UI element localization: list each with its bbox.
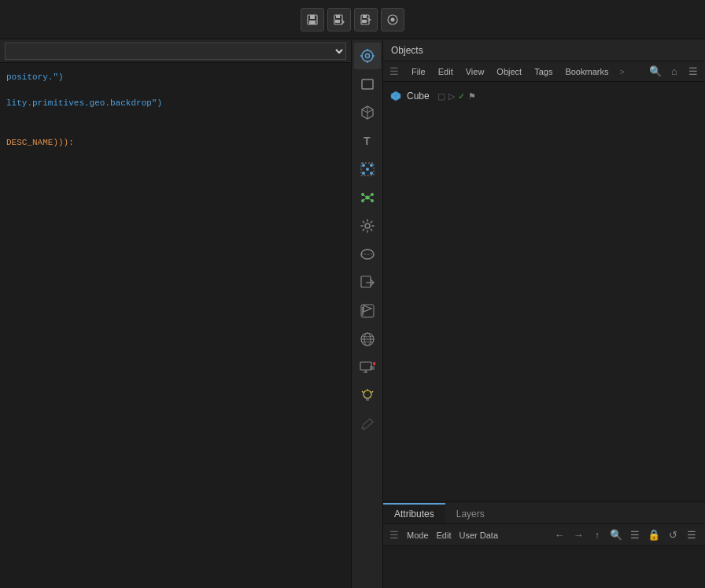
objects-title: Objects [391, 45, 423, 56]
menu-file[interactable]: File [410, 67, 427, 76]
sidebar-flag-icon[interactable] [354, 298, 381, 324]
options-icon[interactable]: ☰ [685, 528, 699, 542]
svg-line-50 [371, 391, 373, 393]
code-line: DESC_NAME))): [6, 136, 345, 150]
search-icon[interactable]: 🔍 [648, 65, 663, 79]
menu-view[interactable]: View [464, 67, 486, 76]
svg-point-20 [362, 164, 365, 167]
code-line [6, 84, 345, 98]
svg-point-12 [365, 54, 369, 58]
up-icon[interactable]: ↑ [590, 528, 604, 542]
code-dropdown[interactable] [5, 43, 346, 60]
svg-point-24 [370, 172, 373, 175]
svg-rect-8 [362, 20, 367, 23]
object-badges: ▢ ▷ ✓ ⚑ [437, 91, 476, 102]
svg-rect-1 [310, 15, 315, 19]
filter-icon[interactable]: ☰ [628, 528, 642, 542]
object-name-cube: Cube [407, 91, 430, 102]
svg-rect-2 [309, 20, 316, 24]
back-icon[interactable]: ← [552, 528, 567, 542]
forward-icon[interactable]: → [571, 528, 585, 542]
bottom-tabs: Attributes Layers [383, 502, 705, 524]
svg-point-34 [365, 224, 370, 228]
svg-rect-17 [362, 80, 373, 89]
menu-icons-right: 🔍 ⌂ ☰ [648, 65, 700, 79]
badge-check: ✓ [458, 91, 465, 102]
sidebar-nodes-icon[interactable] [354, 184, 381, 211]
bottom-toolbar-right: ← → ↑ 🔍 ☰ 🔒 ↺ ☰ [552, 528, 699, 542]
menu-hamburger[interactable]: ☰ [389, 529, 399, 541]
left-panel-toolbar [0, 39, 351, 63]
svg-point-21 [366, 168, 369, 171]
svg-rect-4 [336, 15, 340, 18]
sidebar-globe-icon[interactable] [354, 326, 381, 353]
code-line [6, 123, 345, 136]
sidebar-oval-icon[interactable] [354, 241, 381, 268]
code-area[interactable]: pository.") lity.primitives.geo.backdrop… [0, 63, 351, 588]
bottom-panel: Attributes Layers ☰ Mode Edit User Data … [383, 501, 705, 588]
badge-play: ▷ [448, 91, 455, 102]
svg-rect-45 [370, 366, 375, 370]
badge-square: ▢ [437, 91, 445, 102]
svg-rect-44 [360, 362, 371, 370]
top-toolbar [0, 0, 705, 39]
sidebar-import-icon[interactable] [354, 269, 381, 296]
svg-line-49 [362, 391, 364, 393]
list-icon[interactable]: ☰ [686, 65, 700, 79]
objects-header: Objects [383, 39, 705, 61]
menu-object[interactable]: Object [495, 67, 523, 76]
lock-icon[interactable]: 🔒 [647, 528, 661, 542]
svg-point-22 [370, 164, 373, 167]
bottom-user-data[interactable]: User Data [460, 531, 499, 540]
sidebar-light-icon[interactable] [354, 383, 381, 409]
refresh-icon[interactable]: ↺ [666, 528, 680, 542]
menu-more[interactable]: > [619, 67, 624, 76]
svg-text:T: T [364, 135, 371, 147]
svg-point-47 [364, 390, 371, 398]
right-panel: Objects ☰ File Edit View Object Tags Boo… [383, 39, 705, 588]
tab-layers[interactable]: Layers [445, 503, 496, 523]
objects-menubar: ☰ File Edit View Object Tags Bookmarks >… [383, 61, 705, 82]
sidebar-text-icon[interactable]: T [354, 128, 381, 154]
svg-point-46 [373, 362, 375, 365]
sidebar-rectangle-icon[interactable] [354, 71, 381, 98]
bottom-mode[interactable]: Mode [407, 531, 429, 540]
cube-object-icon [389, 90, 402, 102]
svg-point-10 [391, 17, 395, 21]
svg-rect-37 [361, 276, 371, 287]
live-button[interactable] [381, 8, 404, 31]
svg-point-11 [362, 50, 373, 61]
object-item-cube[interactable]: Cube ▢ ▷ ✓ ⚑ [383, 85, 705, 107]
export-button[interactable] [354, 8, 378, 31]
menu-edit[interactable]: Edit [437, 67, 455, 76]
menu-item: ☰ [388, 65, 400, 77]
sidebar-points-select-icon[interactable] [354, 156, 381, 183]
tab-attributes[interactable]: Attributes [383, 503, 445, 523]
objects-content: Cube ▢ ▷ ✓ ⚑ [383, 82, 705, 501]
menu-bookmarks[interactable]: Bookmarks [563, 67, 610, 76]
toolbar-icons [301, 8, 404, 31]
code-line: pository.") [6, 71, 345, 84]
svg-point-23 [362, 172, 365, 175]
sidebar-cube-icon[interactable] [354, 99, 381, 126]
bottom-content [383, 546, 705, 588]
main-area: pository.") lity.primitives.geo.backdrop… [0, 39, 705, 588]
save-button[interactable] [301, 8, 324, 31]
sidebar-gear-icon[interactable] [354, 213, 381, 239]
code-line: lity.primitives.geo.backdrop") [6, 97, 345, 110]
menu-tags[interactable]: Tags [533, 67, 554, 76]
code-line [6, 110, 345, 124]
search-attrs-icon[interactable]: 🔍 [609, 528, 623, 542]
left-panel: pository.") lity.primitives.geo.backdrop… [0, 39, 352, 588]
sidebar-screen-icon[interactable] [354, 354, 381, 381]
sidebar-edit-icon[interactable] [354, 411, 381, 438]
badge-flag: ⚑ [468, 91, 476, 102]
svg-rect-5 [335, 20, 340, 23]
sidebar-cursor-icon[interactable] [354, 43, 381, 69]
svg-rect-7 [363, 15, 367, 18]
bottom-toolbar: ☰ Mode Edit User Data ← → ↑ 🔍 ☰ 🔒 ↺ ☰ [383, 524, 705, 546]
icon-sidebar: T [352, 39, 383, 588]
save-as-button[interactable] [327, 8, 351, 31]
bottom-edit[interactable]: Edit [437, 531, 452, 540]
home-icon[interactable]: ⌂ [667, 65, 681, 79]
